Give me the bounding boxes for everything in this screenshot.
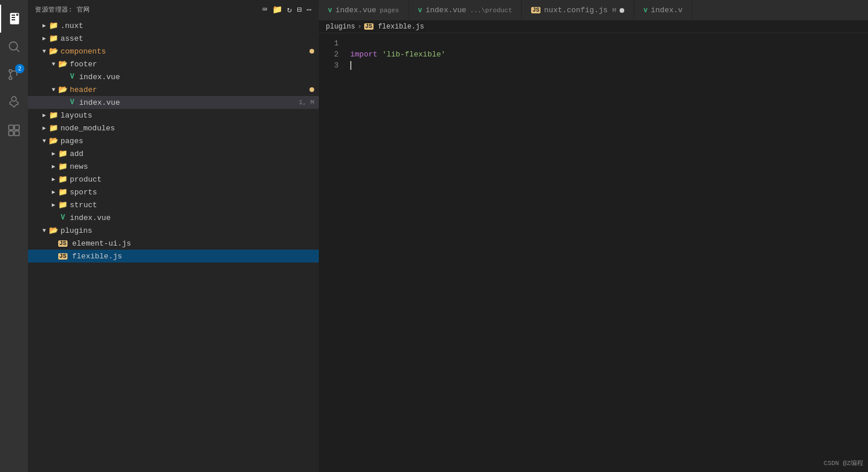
svg-rect-10 <box>15 125 19 130</box>
files-icon[interactable] <box>0 5 28 33</box>
search-icon[interactable] <box>0 33 28 61</box>
folder-icon: 📁 <box>49 21 58 30</box>
sidebar-item-news[interactable]: ▶ 📁 news <box>28 160 319 173</box>
folder-open-icon: 📂 <box>49 226 58 235</box>
dirty-dot <box>310 49 314 54</box>
sidebar-item-flexible[interactable]: ▶ JS flexible.js <box>28 250 319 262</box>
arrow-icon: ▶ <box>40 34 49 43</box>
breadcrumb: plugins › JS flexible.js <box>319 20 868 33</box>
git-icon[interactable]: 2 <box>0 61 28 88</box>
sidebar-item-footer[interactable]: ▼ 📂 footer <box>28 58 319 70</box>
sidebar-item-add[interactable]: ▶ 📁 add <box>28 147 319 160</box>
sidebar-item-nuxt[interactable]: ▶ 📁 .nuxt <box>28 19 319 32</box>
sidebar-item-asset[interactable]: ▶ 📁 asset <box>28 32 319 45</box>
sidebar-title: 资源管理器: 官网 <box>35 5 90 14</box>
sidebar-item-label: header <box>70 86 310 94</box>
sidebar-item-label: node_modules <box>61 124 319 133</box>
tab-index-pages[interactable]: V index.vue pages <box>319 0 409 20</box>
js-icon: JS <box>58 239 67 248</box>
sidebar-item-product[interactable]: ▶ 📁 product <box>28 173 319 186</box>
line-num-3: 3 <box>319 60 339 71</box>
sidebar-item-label: .nuxt <box>61 22 319 30</box>
js-breadcrumb-icon: JS <box>364 23 373 30</box>
arrow-icon: ▶ <box>49 175 58 184</box>
folder-icon: 📁 <box>49 123 58 133</box>
sidebar-item-footer-index[interactable]: ▶ V index.vue <box>28 70 319 83</box>
sidebar-tree: ▶ 📁 .nuxt ▶ 📁 asset ▼ 📂 components ▼ 📂 f… <box>28 19 319 472</box>
svg-rect-9 <box>9 125 13 130</box>
js-icon: JS <box>58 251 67 261</box>
collapse-icon[interactable]: ⊟ <box>297 5 302 15</box>
folder-open-icon: 📂 <box>58 59 67 69</box>
debug-icon[interactable] <box>0 88 28 116</box>
extensions-icon[interactable] <box>0 116 28 144</box>
sidebar-item-label: element-ui.js <box>72 239 319 248</box>
code-line-1 <box>350 38 868 49</box>
tab-dirty-indicator <box>620 8 624 13</box>
folder-icon: 📁 <box>58 200 67 210</box>
sidebar-item-label: struct <box>70 201 319 210</box>
new-folder-icon[interactable]: 📁 <box>272 5 283 15</box>
tab-index-vue[interactable]: V index.v <box>634 0 692 20</box>
new-file-icon[interactable]: ⌨ <box>262 5 268 15</box>
vue-icon: V <box>67 72 77 81</box>
vue-icon: V <box>58 213 67 222</box>
keyword-import: import <box>350 49 378 60</box>
arrow-icon: ▼ <box>40 47 49 56</box>
more-actions-icon[interactable]: ⋯ <box>307 5 312 15</box>
arrow-icon: ▶ <box>49 162 58 171</box>
tab-index-product[interactable]: V index.vue ...\product <box>409 0 522 20</box>
sidebar-item-header-index[interactable]: ▶ V index.vue 1, M <box>28 96 319 109</box>
folder-icon: 📁 <box>58 175 67 184</box>
folder-icon: 📁 <box>49 34 58 43</box>
sidebar: 资源管理器: 官网 ⌨ 📁 ↻ ⊟ ⋯ ▶ 📁 .nuxt ▶ 📁 asset … <box>28 0 319 472</box>
tab-nuxt-config[interactable]: JS nuxt.config.js M <box>522 0 634 20</box>
sidebar-item-label: plugins <box>61 226 319 235</box>
sidebar-item-header[interactable]: ▼ 📂 header <box>28 83 319 96</box>
arrow-icon: ▶ <box>49 149 58 158</box>
svg-point-6 <box>9 70 12 73</box>
sidebar-item-label: pages <box>61 137 319 145</box>
sidebar-item-pages-index[interactable]: ▶ V index.vue <box>28 211 319 224</box>
sidebar-item-element-ui[interactable]: ▶ JS element-ui.js <box>28 237 319 250</box>
sidebar-header: 资源管理器: 官网 ⌨ 📁 ↻ ⊟ ⋯ <box>28 0 319 19</box>
breadcrumb-filename[interactable]: flexible.js <box>378 23 424 31</box>
svg-line-5 <box>17 49 20 52</box>
sidebar-toolbar: ⌨ 📁 ↻ ⊟ ⋯ <box>262 5 312 15</box>
breadcrumb-plugins[interactable]: plugins <box>326 23 355 31</box>
folder-icon: 📁 <box>49 111 58 120</box>
sidebar-item-label: index.vue <box>79 73 319 81</box>
arrow-icon: ▼ <box>40 226 49 235</box>
dirty-dot <box>310 87 314 92</box>
sidebar-item-label: index.vue <box>79 98 299 107</box>
sidebar-item-label: components <box>61 47 310 56</box>
line-num-2: 2 <box>319 49 339 60</box>
tab-modified: M <box>613 7 617 14</box>
tab-sublabel: ...\product <box>470 7 513 14</box>
tab-sublabel: pages <box>380 7 399 14</box>
tab-label: nuxt.config.js <box>544 6 607 15</box>
sidebar-item-label: product <box>70 175 319 184</box>
tab-label: index.vue <box>425 6 466 15</box>
sidebar-item-node-modules[interactable]: ▶ 📁 node_modules <box>28 122 319 134</box>
sidebar-item-plugins[interactable]: ▼ 📂 plugins <box>28 224 319 237</box>
code-area[interactable]: import 'lib-flexible' <box>348 38 868 472</box>
sidebar-item-sports[interactable]: ▶ 📁 sports <box>28 186 319 198</box>
refresh-icon[interactable]: ↻ <box>287 5 292 15</box>
sidebar-item-components[interactable]: ▼ 📂 components <box>28 45 319 58</box>
arrow-icon: ▼ <box>49 59 58 69</box>
sidebar-item-struct[interactable]: ▶ 📁 struct <box>28 198 319 211</box>
git-badge: 2 <box>15 64 24 73</box>
sidebar-item-layouts[interactable]: ▶ 📁 layouts <box>28 109 319 122</box>
string-lib-flexible: 'lib-flexible' <box>382 49 446 60</box>
sidebar-item-label: index.vue <box>70 214 319 222</box>
svg-point-8 <box>9 77 12 80</box>
sidebar-item-label: asset <box>61 34 319 43</box>
code-line-3 <box>350 60 868 71</box>
breadcrumb-sep: › <box>357 23 361 31</box>
sidebar-item-pages[interactable]: ▼ 📂 pages <box>28 134 319 147</box>
arrow-icon: ▼ <box>49 85 58 94</box>
arrow-icon: ▼ <box>40 136 49 145</box>
line-numbers: 1 2 3 <box>319 38 348 472</box>
arrow-icon: ▶ <box>40 21 49 30</box>
